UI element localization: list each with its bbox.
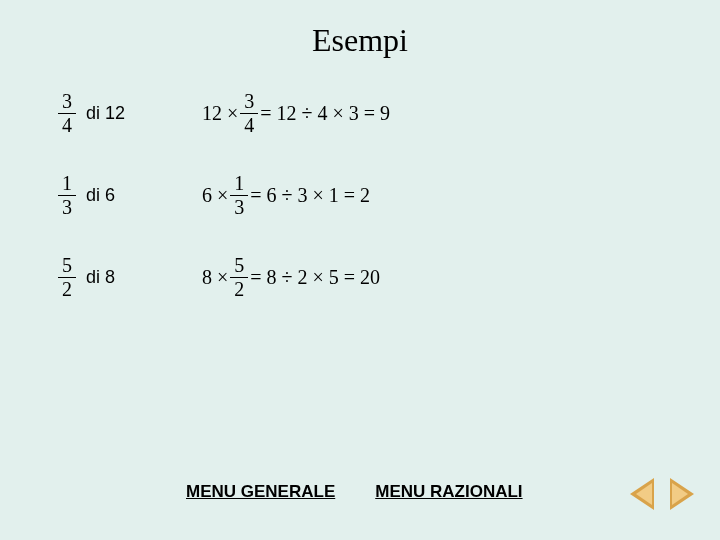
expr-pre: 12 × <box>200 102 240 125</box>
expression: 6 × 1 3 = 6 ÷ 3 × 1 = 2 <box>200 173 372 218</box>
fraction-numerator: 3 <box>244 91 254 112</box>
fraction-numerator: 5 <box>234 255 244 276</box>
example-row: 1 3 di 6 6 × 1 3 = 6 ÷ 3 × 1 = 2 <box>58 169 720 221</box>
expr-pre: 8 × <box>200 266 230 289</box>
expression: 12 × 3 4 = 12 ÷ 4 × 3 = 9 <box>200 91 392 136</box>
expr-post: = 6 ÷ 3 × 1 = 2 <box>248 184 372 207</box>
fraction-numerator: 3 <box>62 91 72 112</box>
fraction-numerator: 1 <box>62 173 72 194</box>
fraction: 1 3 <box>230 173 248 218</box>
expr-pre: 6 × <box>200 184 230 207</box>
example-list: 3 4 di 12 12 × 3 4 = 12 ÷ 4 × 3 = 9 1 3 … <box>0 87 720 303</box>
page-title: Esempi <box>0 0 720 87</box>
fraction-denominator: 2 <box>234 279 244 300</box>
fraction-denominator: 2 <box>62 279 72 300</box>
fraction: 3 4 <box>58 91 76 136</box>
di-label: di 8 <box>86 267 144 288</box>
fraction: 5 2 <box>58 255 76 300</box>
next-button[interactable] <box>670 478 694 510</box>
nav-buttons <box>630 478 694 510</box>
triangle-left-inner-icon <box>636 483 652 505</box>
fraction-denominator: 3 <box>234 197 244 218</box>
di-label: di 6 <box>86 185 144 206</box>
example-row: 3 4 di 12 12 × 3 4 = 12 ÷ 4 × 3 = 9 <box>58 87 720 139</box>
example-row: 5 2 di 8 8 × 5 2 = 8 ÷ 2 × 5 = 20 <box>58 251 720 303</box>
triangle-right-inner-icon <box>672 483 688 505</box>
fraction: 1 3 <box>58 173 76 218</box>
menu-generale-link[interactable]: MENU GENERALE <box>186 482 335 502</box>
fraction: 3 4 <box>240 91 258 136</box>
menu-razionali-link[interactable]: MENU RAZIONALI <box>375 482 522 502</box>
footer: MENU GENERALE MENU RAZIONALI <box>0 482 720 502</box>
fraction-denominator: 3 <box>62 197 72 218</box>
fraction-numerator: 1 <box>234 173 244 194</box>
expression: 8 × 5 2 = 8 ÷ 2 × 5 = 20 <box>200 255 382 300</box>
di-label: di 12 <box>86 103 144 124</box>
expr-post: = 12 ÷ 4 × 3 = 9 <box>258 102 392 125</box>
prev-button[interactable] <box>630 478 654 510</box>
fraction-denominator: 4 <box>62 115 72 136</box>
expr-post: = 8 ÷ 2 × 5 = 20 <box>248 266 382 289</box>
fraction: 5 2 <box>230 255 248 300</box>
fraction-numerator: 5 <box>62 255 72 276</box>
fraction-denominator: 4 <box>244 115 254 136</box>
